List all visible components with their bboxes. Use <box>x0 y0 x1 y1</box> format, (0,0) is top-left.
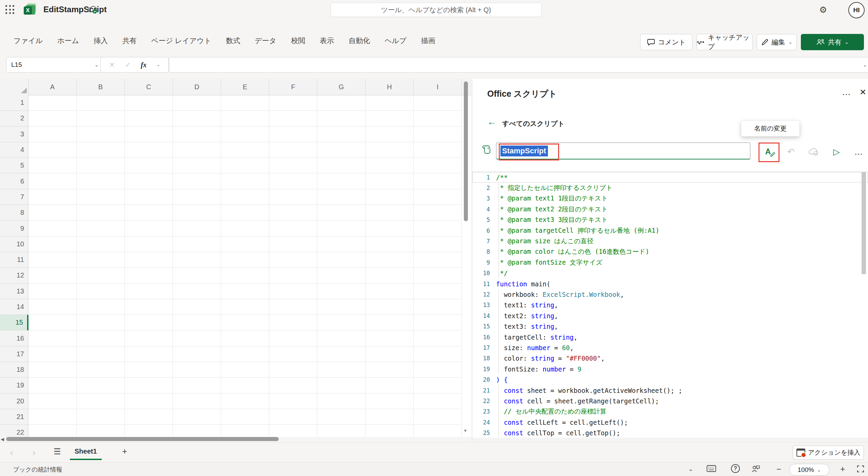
zoom-in-icon[interactable]: + <box>840 464 845 474</box>
code-line-23[interactable]: 23 // セル中央配置のための座標計算 <box>472 406 868 417</box>
formula-input[interactable]: ⌄ <box>169 57 868 73</box>
rename-button[interactable]: A <box>761 145 775 159</box>
row-cells-8[interactable] <box>28 205 462 221</box>
row-header-7[interactable]: 7 <box>0 189 28 205</box>
account-avatar[interactable]: HI <box>848 2 865 18</box>
row-cells-11[interactable] <box>28 252 462 268</box>
row-cells-21[interactable] <box>28 409 462 425</box>
ribbon-tab-11[interactable]: 描画 <box>418 35 438 47</box>
run-script-button[interactable]: ▷ <box>829 145 844 159</box>
share-button[interactable]: 共有 ⌄ <box>801 34 864 50</box>
horizontal-scrollbar[interactable] <box>6 437 279 441</box>
cloud-saved-icon[interactable] <box>87 5 98 14</box>
row-header-1[interactable]: 1 <box>0 95 28 111</box>
row-header-21[interactable]: 21 <box>0 409 28 425</box>
row-header-18[interactable]: 18 <box>0 362 28 378</box>
column-header-D[interactable]: D <box>173 79 221 95</box>
code-line-9[interactable]: 9 * @param fontSize 文字サイズ <box>472 257 868 268</box>
ribbon-tab-8[interactable]: 表示 <box>317 35 337 47</box>
ribbon-tab-2[interactable]: 挿入 <box>91 35 111 47</box>
status-chevron-icon[interactable]: ⌄ <box>688 465 693 473</box>
excel-logo-icon[interactable]: X <box>24 3 36 16</box>
back-arrow-icon[interactable]: ← <box>487 117 496 127</box>
row-cells-2[interactable] <box>28 111 462 126</box>
search-input[interactable]: ツール、ヘルプなどの検索 (Alt + Q) <box>331 3 541 17</box>
scroll-left-icon[interactable]: ◀ <box>1 437 4 442</box>
row-cells-3[interactable] <box>28 127 462 142</box>
column-header-H[interactable]: H <box>366 79 414 95</box>
row-header-17[interactable]: 17 <box>0 346 28 362</box>
row-header-15[interactable]: 15 <box>0 315 28 330</box>
vertical-scrollbar[interactable] <box>464 81 468 221</box>
code-line-1[interactable]: 1/** <box>472 172 868 183</box>
fullscreen-icon[interactable] <box>856 465 865 473</box>
column-header-A[interactable]: A <box>28 79 77 95</box>
editor-scrollbar[interactable] <box>862 172 866 274</box>
panel-more-icon[interactable]: … <box>842 87 851 97</box>
row-header-20[interactable]: 20 <box>0 394 28 409</box>
code-line-8[interactable]: 8 * @param color はんこの色 (16進数色コード) <box>472 247 868 257</box>
column-header-B[interactable]: B <box>77 79 125 95</box>
column-header-E[interactable]: E <box>221 79 269 95</box>
row-cells-18[interactable] <box>28 362 462 378</box>
zoom-level-dropdown[interactable]: 100% ⌄ <box>789 464 829 476</box>
row-cells-13[interactable] <box>28 284 462 299</box>
row-cells-17[interactable] <box>28 346 462 362</box>
panel-close-icon[interactable]: ✕ <box>860 88 866 97</box>
code-line-6[interactable]: 6 * @param targetCell 押印するセル番地 (例:A1) <box>472 225 868 236</box>
ribbon-tab-6[interactable]: データ <box>252 35 279 47</box>
row-cells-20[interactable] <box>28 394 462 409</box>
code-line-25[interactable]: 25 const cellTop = cell.getTop(); <box>472 427 868 438</box>
row-cells-14[interactable] <box>28 299 462 315</box>
row-header-4[interactable]: 4 <box>0 142 28 158</box>
add-sheet-icon[interactable]: + <box>122 446 127 457</box>
row-header-19[interactable]: 19 <box>0 378 28 393</box>
code-line-19[interactable]: 19 fontSize: number = 9 <box>472 364 868 374</box>
column-header-G[interactable]: G <box>317 79 366 95</box>
ribbon-tab-3[interactable]: 共有 <box>120 35 139 47</box>
ribbon-tab-0[interactable]: ファイル <box>11 35 45 47</box>
workbook-statistics-button[interactable]: ブックの統計情報 <box>13 465 62 474</box>
column-header-F[interactable]: F <box>269 79 317 95</box>
save-cloud-button[interactable] <box>806 145 821 159</box>
code-line-20[interactable]: 20) { <box>472 374 868 385</box>
code-line-22[interactable]: 22 const cell = sheet.getRange(targetCel… <box>472 396 868 406</box>
help-icon[interactable]: ? <box>731 464 740 473</box>
edit-mode-button[interactable]: 編集 ⌄ <box>757 34 797 50</box>
ribbon-tab-1[interactable]: ホーム <box>55 35 82 47</box>
catchup-button[interactable]: キャッチアップ <box>696 34 753 50</box>
row-cells-16[interactable] <box>28 330 462 346</box>
comments-button[interactable]: コメント <box>640 34 692 50</box>
column-header-I[interactable]: I <box>414 79 462 95</box>
app-launcher-icon[interactable] <box>5 5 15 14</box>
code-line-15[interactable]: 15 text3: string, <box>472 321 868 331</box>
row-cells-15[interactable] <box>28 315 462 330</box>
row-header-13[interactable]: 13 <box>0 284 28 299</box>
row-cells-7[interactable] <box>28 189 462 205</box>
row-header-14[interactable]: 14 <box>0 299 28 315</box>
expand-formula-bar-icon[interactable]: ⌄ <box>863 62 867 68</box>
row-header-16[interactable]: 16 <box>0 330 28 346</box>
row-cells-12[interactable] <box>28 268 462 283</box>
code-line-2[interactable]: 2 * 指定したセルに押印するスクリプト <box>472 183 868 193</box>
insert-action-button[interactable]: アクションを挿入 <box>793 445 864 460</box>
script-more-button[interactable]: … <box>851 145 866 159</box>
row-header-6[interactable]: 6 <box>0 173 28 189</box>
code-line-17[interactable]: 17 size: number = 60, <box>472 342 868 353</box>
ribbon-tab-7[interactable]: 校閲 <box>288 35 308 47</box>
row-header-9[interactable]: 9 <box>0 221 28 236</box>
row-header-12[interactable]: 12 <box>0 268 28 283</box>
row-cells-22[interactable] <box>28 425 462 437</box>
ribbon-tab-5[interactable]: 数式 <box>223 35 243 47</box>
ribbon-tab-9[interactable]: 自動化 <box>346 35 373 47</box>
code-line-13[interactable]: 13 text1: string, <box>472 300 868 310</box>
row-header-22[interactable]: 22 <box>0 425 28 437</box>
script-name-input[interactable]: StampScript <box>496 142 750 159</box>
code-line-12[interactable]: 12 workbook: ExcelScript.Workbook, <box>472 289 868 300</box>
ribbon-tab-10[interactable]: ヘルプ <box>382 35 409 47</box>
row-header-11[interactable]: 11 <box>0 252 28 268</box>
code-line-21[interactable]: 21 const sheet = workbook.getActiveWorks… <box>472 385 868 396</box>
settings-gear-icon[interactable]: ⚙ <box>819 5 827 15</box>
code-line-11[interactable]: 11function main( <box>472 279 868 289</box>
ribbon-tab-4[interactable]: ページ レイアウト <box>149 35 214 47</box>
